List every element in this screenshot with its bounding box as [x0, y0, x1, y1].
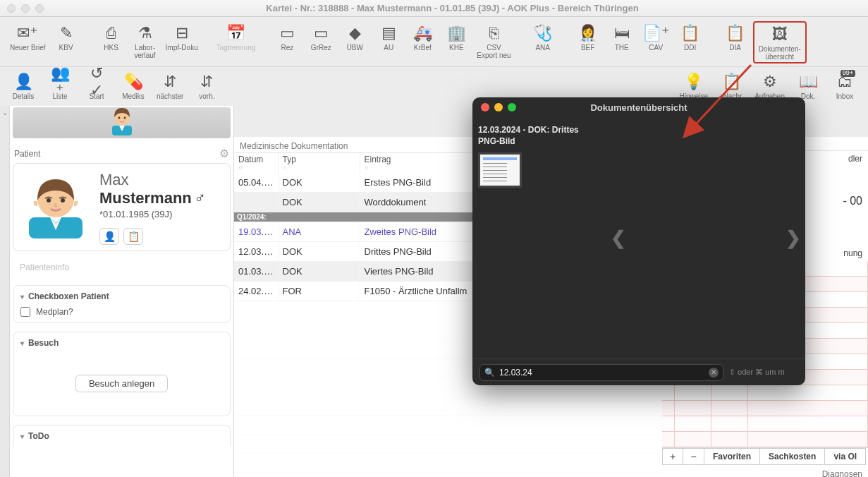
toolbar-au[interactable]: ▤AU [372, 21, 405, 53]
zoom-window-icon[interactable] [35, 4, 44, 13]
krbef-icon: 🚑 [413, 23, 432, 44]
aufgaben-icon: ⚙ [759, 71, 781, 92]
toolbar-khe[interactable]: 🏢KHE [440, 21, 472, 53]
toolbar-rez[interactable]: ▭Rez [271, 21, 303, 53]
tab-sachkosten[interactable]: Sachkosten [760, 448, 825, 465]
patient-card-person-button[interactable]: 👤 [99, 228, 119, 245]
toolbar-krbef[interactable]: 🚑KrBef [406, 21, 439, 53]
avatar-strip-icon [109, 104, 135, 135]
toolbar-uebw[interactable]: ◆ÜBW [338, 21, 371, 53]
tab-favoriten[interactable]: Favoriten [704, 448, 760, 465]
diagnosen-label: Diagnosen [662, 465, 868, 477]
toolbar-naechster[interactable]: ⇵nächster [154, 70, 186, 102]
minimize-window-icon[interactable] [21, 4, 30, 13]
toolbar-neuer-brief[interactable]: ✉⁺Neuer Brief [7, 21, 49, 53]
patient-first-name: Max [99, 171, 206, 189]
toolbar-label: ÜBW [347, 44, 363, 52]
toolbar-labor[interactable]: ⚗Labor-verlauf [129, 21, 161, 61]
toolbar-impf[interactable]: ⊟Impf-Doku [163, 21, 201, 53]
prev-arrow-icon[interactable]: ❮ [611, 227, 626, 249]
window-title: Kartei - Nr.: 318888 - Max Mustermann - … [44, 3, 861, 13]
next-arrow-icon[interactable]: ❯ [786, 227, 801, 249]
toolbar-grrez[interactable]: ▭GrRez [305, 21, 337, 53]
hks-icon: ⎙ [106, 23, 116, 44]
close-window-icon[interactable] [7, 4, 16, 13]
dok-icon: 📖 [797, 71, 819, 92]
toolbar-ddi[interactable]: 📋DDI [674, 21, 707, 53]
todo-section: ▾ToDo [13, 425, 231, 447]
toolbar-label: ANA [535, 44, 550, 52]
medplan-label: Medplan? [36, 307, 73, 317]
toolbar-cav[interactable]: 📄⁺CAV [640, 21, 673, 53]
toolbar-dokue[interactable]: 🖼Dokumenten-übersicht [756, 23, 804, 62]
vorh-icon: ⇵ [196, 71, 217, 92]
plus-button[interactable]: + [662, 448, 683, 465]
checkbox-section-header[interactable]: ▾Checkboxen Patient [20, 291, 223, 301]
patient-avatar [22, 171, 90, 238]
overlay-close-icon[interactable] [481, 103, 489, 111]
toolbar-label: Dokumenten-übersicht [759, 45, 801, 61]
toolbar-inbox[interactable]: 🗂99+Inbox [829, 70, 861, 102]
avatar-strip [13, 107, 231, 138]
toolbar-liste[interactable]: 👥⁺Liste [44, 70, 76, 102]
besuch-anlegen-button[interactable]: Besuch anlegen [75, 375, 168, 392]
toolbar-vorh[interactable]: ⇵vorh. [190, 70, 223, 102]
medplan-row[interactable]: Medplan? [20, 307, 223, 317]
toolbar-bef[interactable]: 👩‍⚕️BEF [572, 21, 604, 53]
toolbar-label: AU [384, 44, 393, 52]
overlay-minimize-icon[interactable] [494, 103, 503, 111]
toolbar-csv[interactable]: ⎘CSVExport neu [474, 21, 513, 61]
clear-search-icon[interactable]: ✕ [709, 368, 719, 378]
table-cell: 01.03.24 [234, 262, 278, 282]
overlay-titlebar[interactable]: Dokumentenübersicht [472, 97, 805, 117]
toolbar-kbv[interactable]: ✎KBV [50, 21, 82, 53]
overlay-zoom-icon[interactable] [508, 103, 516, 111]
traffic-lights [7, 4, 44, 13]
kbv-icon: ✎ [60, 23, 73, 44]
toolbar-hks[interactable]: ⎙HKS [95, 21, 128, 53]
table-header[interactable]: Typ○ [278, 153, 360, 173]
right-grid-row[interactable] [662, 416, 868, 432]
toolbar-label: CAV [649, 44, 663, 52]
svg-point-3 [118, 117, 120, 119]
toolbar-dia[interactable]: 📋DIA [719, 21, 752, 53]
mediks-icon: 💊 [123, 71, 144, 92]
table-cell: 05.04.24 [234, 173, 278, 193]
toolbar-label: Mediks [122, 92, 145, 100]
toolbar-start[interactable]: ↺ ✓Start [80, 70, 113, 102]
toolbar-mediks[interactable]: 💊Mediks [117, 70, 149, 102]
toolbar-details[interactable]: 👤Details [7, 70, 39, 102]
right-grid-row[interactable] [662, 432, 868, 447]
table-cell: FOR [278, 282, 360, 301]
svg-point-11 [54, 203, 57, 207]
toolbar-label: KHE [449, 44, 464, 52]
table-header[interactable]: Datum○ [234, 153, 278, 173]
patient-card-clipboard-button[interactable]: 📋 [123, 228, 143, 245]
tab-via-oi[interactable]: via OI [825, 448, 866, 465]
besuch-section-label: Besuch [28, 338, 59, 348]
right-grid-row[interactable] [662, 385, 868, 401]
left-gutter[interactable]: ⌄ [0, 106, 10, 477]
table-cell: 12.03.24 [234, 242, 278, 262]
besuch-section-header[interactable]: ▾Besuch [20, 338, 223, 348]
neuer-brief-icon: ✉⁺ [17, 23, 38, 44]
liste-icon: 👥⁺ [49, 71, 71, 92]
overlay-search-box[interactable]: 🔍 ✕ [479, 364, 723, 381]
svg-point-9 [47, 198, 51, 203]
medplan-checkbox[interactable] [20, 307, 30, 317]
minus-button[interactable]: − [683, 448, 704, 465]
document-overview-window[interactable]: Dokumentenübersicht 12.03.2024 - DOK: Dr… [472, 97, 805, 385]
besuch-section: ▾Besuch Besuch anlegen [13, 332, 231, 416]
nachr-icon: 📋 [721, 71, 742, 92]
overlay-thumbnail[interactable] [478, 152, 522, 188]
overlay-search-input[interactable] [499, 368, 704, 378]
right-grid-row[interactable] [662, 401, 868, 416]
checkbox-section: ▾Checkboxen Patient Medplan? [13, 285, 231, 323]
khe-icon: 🏢 [447, 23, 466, 44]
patient-info-field[interactable]: Patienteninfo [13, 257, 231, 278]
gear-icon[interactable]: ⚙ [219, 147, 229, 160]
toolbar-ana[interactable]: 🩺ANA [527, 21, 559, 53]
toolbar-the[interactable]: 🛏THE [606, 21, 638, 53]
todo-section-header[interactable]: ▾ToDo [20, 431, 223, 441]
table-cell: ANA [278, 222, 360, 242]
